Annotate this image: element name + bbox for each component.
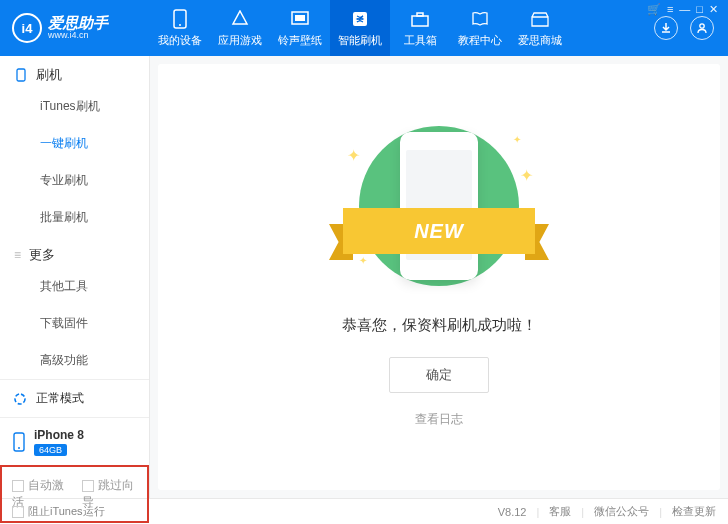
- sidebar-item-advanced[interactable]: 高级功能: [0, 342, 149, 379]
- svg-rect-8: [17, 69, 25, 81]
- flash-icon: [351, 9, 369, 29]
- sidebar-item-download-fw[interactable]: 下载固件: [0, 305, 149, 342]
- svg-rect-5: [412, 16, 428, 26]
- logo[interactable]: i4 爱思助手 www.i4.cn: [0, 13, 150, 43]
- brand-url: www.i4.cn: [48, 31, 108, 41]
- nav-my-device[interactable]: 我的设备: [150, 0, 210, 56]
- footer-update[interactable]: 检查更新: [672, 504, 716, 519]
- nav-flash[interactable]: 智能刷机: [330, 0, 390, 56]
- view-log-link[interactable]: 查看日志: [415, 411, 463, 428]
- maximize-button[interactable]: □: [696, 3, 703, 15]
- block-itunes-checkbox[interactable]: 阻止iTunes运行: [12, 504, 105, 519]
- download-button[interactable]: [654, 16, 678, 40]
- window-controls: 🛒 ≡ — □ ✕: [637, 0, 728, 18]
- device-icon: [173, 9, 187, 29]
- main-panel: ✦ ✦ ✦ ✦ NEW 恭喜您，保资料刷机成功啦！ 确定 查看日志: [150, 56, 728, 498]
- toolbox-icon: [410, 9, 430, 29]
- top-nav: 我的设备 应用游戏 铃声壁纸 智能刷机 工具箱 教程中心 爱思商城: [150, 0, 570, 56]
- sidebar-section-flash[interactable]: 刷机: [0, 56, 149, 88]
- wallpaper-icon: [291, 9, 309, 29]
- device-name: iPhone 8: [34, 428, 84, 442]
- sidebar: 刷机 iTunes刷机 一键刷机 专业刷机 批量刷机 ≡ 更多 其他工具 下载固…: [0, 56, 150, 498]
- nav-ringtones[interactable]: 铃声壁纸: [270, 0, 330, 56]
- device-info[interactable]: iPhone 8 64GB: [0, 417, 149, 465]
- nav-apps[interactable]: 应用游戏: [210, 0, 270, 56]
- apps-icon: [231, 9, 249, 29]
- storage-badge: 64GB: [34, 444, 67, 456]
- sidebar-item-itunes-flash[interactable]: iTunes刷机: [0, 88, 149, 125]
- book-icon: [471, 9, 489, 29]
- svg-point-11: [18, 447, 20, 449]
- version-label: V8.12: [498, 506, 527, 518]
- brand-name: 爱思助手: [48, 15, 108, 32]
- minimize-button[interactable]: —: [679, 3, 690, 15]
- success-message: 恭喜您，保资料刷机成功啦！: [342, 316, 537, 335]
- success-illustration: ✦ ✦ ✦ ✦ NEW: [339, 126, 539, 296]
- nav-toolbox[interactable]: 工具箱: [390, 0, 450, 56]
- footer-support[interactable]: 客服: [549, 504, 571, 519]
- footer-wechat[interactable]: 微信公众号: [594, 504, 649, 519]
- user-button[interactable]: [690, 16, 714, 40]
- menu-icon[interactable]: ≡: [667, 3, 673, 15]
- store-icon: [530, 9, 550, 29]
- svg-point-7: [700, 24, 704, 28]
- close-button[interactable]: ✕: [709, 3, 718, 16]
- sidebar-item-pro-flash[interactable]: 专业刷机: [0, 162, 149, 199]
- header: i4 爱思助手 www.i4.cn 我的设备 应用游戏 铃声壁纸 智能刷机 工具…: [0, 0, 728, 56]
- sidebar-item-oneclick-flash[interactable]: 一键刷机: [0, 125, 149, 162]
- sidebar-item-batch-flash[interactable]: 批量刷机: [0, 199, 149, 236]
- new-ribbon: NEW: [343, 208, 535, 254]
- svg-point-9: [15, 394, 25, 404]
- sidebar-section-more[interactable]: ≡ 更多: [0, 236, 149, 268]
- nav-store[interactable]: 爱思商城: [510, 0, 570, 56]
- sidebar-item-other-tools[interactable]: 其他工具: [0, 268, 149, 305]
- device-mode[interactable]: 正常模式: [0, 379, 149, 417]
- svg-rect-3: [295, 15, 305, 21]
- logo-icon: i4: [12, 13, 42, 43]
- nav-tutorial[interactable]: 教程中心: [450, 0, 510, 56]
- svg-rect-6: [417, 13, 423, 16]
- cart-icon[interactable]: 🛒: [647, 3, 661, 16]
- confirm-button[interactable]: 确定: [389, 357, 489, 393]
- svg-point-1: [179, 24, 181, 26]
